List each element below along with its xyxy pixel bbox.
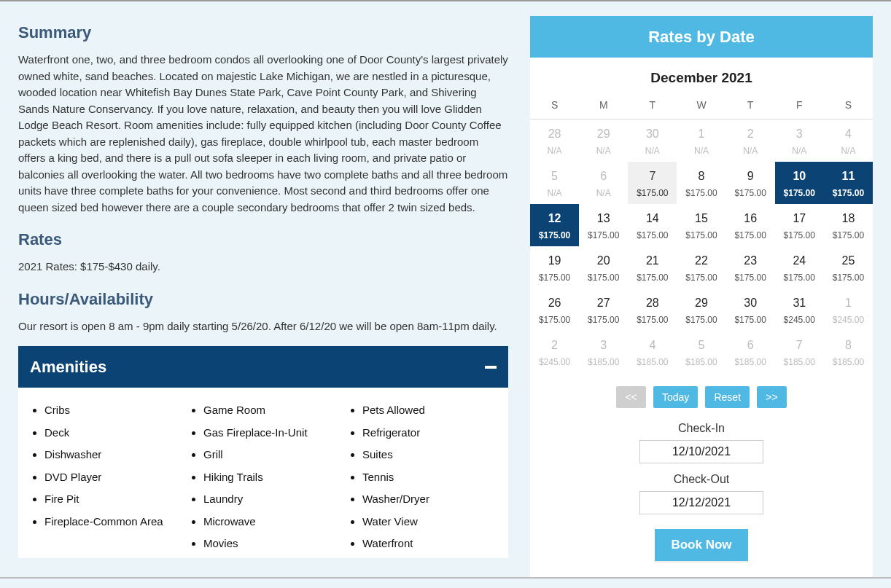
amenity-item: Waterfront <box>362 536 498 552</box>
calendar-day-price: $175.00 <box>532 271 577 284</box>
calendar-day-number: 13 <box>580 210 626 227</box>
calendar-day-number: 21 <box>629 252 675 270</box>
amenities-toggle[interactable]: Amenities <box>18 346 508 388</box>
prev-month-button[interactable]: << <box>616 386 645 408</box>
calendar-day-number: 1 <box>678 125 724 143</box>
book-now-button[interactable]: Book Now <box>655 529 747 561</box>
calendar-day: 28N/A <box>530 119 579 162</box>
calendar-day-number: 30 <box>728 294 774 312</box>
calendar-dow: S <box>824 93 873 119</box>
calendar-dow: F <box>775 93 824 119</box>
calendar-day-number: 3 <box>777 125 822 143</box>
calendar-day-number: 12 <box>532 210 577 227</box>
calendar-day[interactable]: 22$175.00 <box>677 246 725 289</box>
calendar-day: 4N/A <box>824 119 873 162</box>
calendar-day[interactable]: 8$175.00 <box>677 162 725 204</box>
calendar-dow: T <box>628 93 677 119</box>
calendar-day[interactable]: 17$175.00 <box>775 204 824 246</box>
calendar-day-number: 16 <box>728 210 774 227</box>
checkin-input[interactable] <box>639 440 763 463</box>
calendar-day[interactable]: 20$175.00 <box>579 246 628 289</box>
calendar-day-price: $175.00 <box>580 229 626 242</box>
calendar-day-number: 26 <box>532 294 577 312</box>
calendar-day[interactable]: 18$175.00 <box>824 204 873 246</box>
calendar-day-number: 27 <box>580 294 626 312</box>
calendar-day[interactable]: 23$175.00 <box>726 246 775 289</box>
calendar-day[interactable]: 10$175.00 <box>775 162 824 204</box>
calendar-day-price: $185.00 <box>777 356 822 369</box>
amenity-item: Movies <box>203 536 339 552</box>
calendar-dow: W <box>677 93 725 119</box>
calendar-day-price: $175.00 <box>777 187 822 200</box>
calendar-day-number: 4 <box>629 337 675 354</box>
amenity-item: Grill <box>203 447 339 463</box>
calendar-day[interactable]: 12$175.00 <box>530 204 579 246</box>
minus-icon <box>485 366 497 369</box>
calendar-day-price: $175.00 <box>532 229 577 242</box>
calendar-day: 6N/A <box>579 162 628 204</box>
calendar-day-number: 28 <box>629 294 675 312</box>
calendar-day-price: N/A <box>580 187 626 200</box>
calendar-day-number: 6 <box>728 337 774 354</box>
calendar-day-number: 20 <box>580 252 626 270</box>
calendar-day-price: $185.00 <box>629 356 675 369</box>
amenity-item: Cribs <box>44 402 180 419</box>
amenity-item: Water View <box>362 514 498 530</box>
calendar-day[interactable]: 11$175.00 <box>824 162 873 204</box>
calendar-day[interactable]: 26$175.00 <box>530 289 579 331</box>
rates-by-date-header: Rates by Date <box>530 16 873 58</box>
calendar-day-price: N/A <box>728 144 774 157</box>
calendar-day[interactable]: 29$175.00 <box>677 289 725 331</box>
rates-text: 2021 Rates: $175-$430 daily. <box>18 259 508 275</box>
amenity-item: Gas Fireplace-In-Unit <box>203 425 339 442</box>
calendar-day[interactable]: 7$175.00 <box>628 162 677 204</box>
calendar-day-price: N/A <box>777 144 822 157</box>
calendar-day: 8$185.00 <box>824 331 873 373</box>
reset-button[interactable]: Reset <box>705 386 750 408</box>
calendar-day-price: $175.00 <box>728 313 774 326</box>
calendar-day-number: 9 <box>728 168 774 185</box>
calendar-day[interactable]: 27$175.00 <box>579 289 628 331</box>
calendar-day[interactable]: 14$175.00 <box>628 204 677 246</box>
calendar-day-number: 6 <box>580 168 626 185</box>
calendar-day[interactable]: 30$175.00 <box>726 289 775 331</box>
calendar-day-number: 19 <box>532 252 577 270</box>
calendar-day[interactable]: 24$175.00 <box>775 246 824 289</box>
calendar-day-price: $175.00 <box>777 229 822 242</box>
amenity-item: Refrigerator <box>362 425 498 442</box>
calendar-day[interactable]: 19$175.00 <box>530 246 579 289</box>
calendar-day[interactable]: 28$175.00 <box>628 289 677 331</box>
calendar-day: 5N/A <box>530 162 579 204</box>
calendar-day: 1N/A <box>677 119 725 162</box>
next-month-button[interactable]: >> <box>757 386 786 408</box>
calendar-day: 30N/A <box>628 119 677 162</box>
calendar-day[interactable]: 15$175.00 <box>677 204 725 246</box>
calendar-day-price: $185.00 <box>580 356 626 369</box>
calendar-day-price: $245.00 <box>777 313 822 326</box>
calendar-day[interactable]: 21$175.00 <box>628 246 677 289</box>
calendar-day-price: $185.00 <box>728 356 774 369</box>
calendar-day-number: 31 <box>777 294 822 312</box>
calendar-day[interactable]: 13$175.00 <box>579 204 628 246</box>
calendar-day-number: 22 <box>678 252 724 270</box>
calendar-day[interactable]: 9$175.00 <box>726 162 775 204</box>
today-button[interactable]: Today <box>653 386 698 408</box>
calendar-day-number: 29 <box>678 294 724 312</box>
amenity-item: Game Room <box>203 402 339 419</box>
amenity-item: Washer/Dryer <box>362 491 498 508</box>
calendar-day-number: 17 <box>777 210 822 227</box>
calendar-day-price: $175.00 <box>728 271 774 284</box>
calendar-day[interactable]: 31$245.00 <box>775 289 824 331</box>
amenity-item: Suites <box>362 447 498 463</box>
calendar-day-price: $175.00 <box>532 313 577 326</box>
calendar-day[interactable]: 16$175.00 <box>726 204 775 246</box>
calendar-day-number: 15 <box>678 210 724 227</box>
calendar-day: 1$245.00 <box>824 289 873 331</box>
checkout-input[interactable] <box>639 491 763 514</box>
calendar-day[interactable]: 25$175.00 <box>824 246 873 289</box>
calendar-dow: S <box>530 93 579 119</box>
calendar-day-price: $245.00 <box>825 313 871 326</box>
calendar-day-number: 23 <box>728 252 774 270</box>
calendar-day-number: 14 <box>629 210 675 227</box>
calendar-day-number: 25 <box>825 252 871 270</box>
